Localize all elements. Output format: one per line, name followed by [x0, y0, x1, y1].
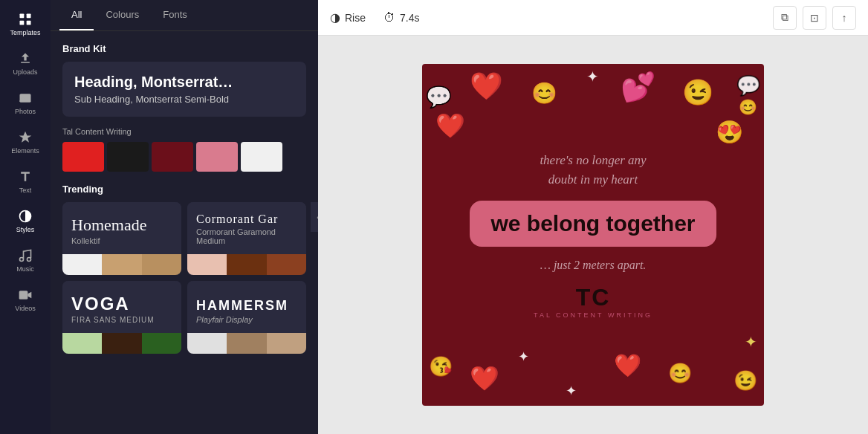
emoji-heart-3: ❤️ [435, 111, 465, 140]
duration-label: ⏱ 7.4s [383, 11, 419, 25]
panel-content: Brand Kit Heading, Montserrat… Sub Headi… [51, 31, 318, 434]
design-text-top: there's no longer any doubt in my heart [540, 151, 646, 189]
color-swatch-white[interactable] [241, 142, 282, 172]
sidebar-item-videos[interactable]: Videos [0, 282, 51, 318]
font-card-name-3: VOGA [71, 294, 172, 314]
canvas-area: ◑ Rise ⏱ 7.4s ⧉ ⊡ ↑ 💬 ❤️ 😊 ✦ 💕 😉 💬 ❤️ [318, 0, 868, 434]
color-swatch-darkred[interactable] [152, 142, 193, 172]
tab-fonts[interactable]: Fonts [151, 0, 199, 30]
sidebar-item-photos[interactable]: Photos [0, 85, 51, 121]
brand-kit-title: Brand Kit [62, 43, 306, 54]
brand-heading: Heading, Montserrat… [74, 74, 294, 91]
emoji-star-1: ✦ [745, 333, 757, 351]
photo-icon [18, 91, 33, 106]
font-card-name-1: Homemade [71, 216, 172, 235]
color-swatch-black[interactable] [107, 142, 149, 172]
emoji-smiley-6: 😊 [668, 362, 692, 385]
design-logo-tc: TC [534, 284, 652, 311]
sparkle-3: ✦ [566, 383, 577, 399]
sparkle-1: ✦ [586, 68, 599, 85]
animation-label: ◑ Rise [330, 10, 366, 25]
sidebar-item-uploads[interactable]: Uploads [0, 45, 51, 82]
svg-rect-7 [19, 291, 28, 299]
animation-icon: ◑ [330, 10, 340, 25]
emoji-smiley-5: 😘 [429, 355, 453, 378]
font-card-sub-2: Cormorant Garamond Medium [196, 227, 297, 245]
trending-grid: Homemade Kollektif Cormorant Gar Cormora… [62, 202, 306, 354]
svg-rect-3 [27, 21, 31, 25]
tab-bar: All Colours Fonts [51, 0, 318, 31]
styles-icon [18, 209, 33, 224]
duration-value: 7.4s [400, 12, 419, 24]
svg-rect-1 [27, 14, 31, 19]
music-icon [18, 248, 33, 263]
elements-icon [18, 130, 33, 145]
font-card-swatches-3 [62, 333, 181, 354]
font-card-sub-4: Playfair Display [196, 315, 297, 324]
color-label: Tal Content Writing [62, 127, 306, 136]
font-card-hammers[interactable]: HAMMERSM Playfair Display [187, 281, 306, 354]
clock-icon: ⏱ [383, 11, 395, 25]
animation-name: Rise [345, 12, 366, 24]
sidebar-item-text[interactable]: Text [0, 163, 51, 200]
topbar-actions: ⧉ ⊡ ↑ [773, 6, 856, 30]
font-card-name-2: Cormorant Gar [196, 213, 297, 226]
color-swatches [62, 142, 306, 172]
grid-icon [18, 12, 33, 27]
font-card-swatches-2 [187, 254, 306, 275]
emoji-smiley-1: 😊 [531, 81, 557, 106]
brand-kit-box: Heading, Montserrat… Sub Heading, Montse… [62, 62, 306, 117]
design-main-text: we belong together [490, 211, 695, 236]
sidebar-item-templates[interactable]: Templates [0, 6, 51, 42]
copy-button[interactable]: ⊡ [803, 6, 826, 30]
font-card-swatches-4 [187, 333, 306, 354]
tab-all[interactable]: All [59, 0, 94, 30]
emoji-heart-4: ❤️ [470, 364, 499, 392]
sidebar-item-music[interactable]: Music [0, 242, 51, 279]
emoji-heart-1: ❤️ [470, 71, 503, 102]
svg-rect-2 [20, 21, 25, 25]
color-swatch-pink[interactable] [196, 142, 238, 172]
font-card-cormorant[interactable]: Cormorant Gar Cormorant Garamond Medium [187, 202, 306, 275]
svg-rect-0 [20, 14, 25, 19]
left-sidebar: Templates Uploads Photos Elements Text S… [0, 0, 51, 434]
emoji-smiley-3: 😍 [716, 119, 743, 145]
font-card-sub-1: Kollektif [71, 236, 172, 245]
font-card-swatches-1 [62, 254, 181, 275]
duplicate-button[interactable]: ⧉ [773, 6, 797, 30]
emoji-smiley-4: 😊 [739, 98, 757, 116]
topbar-left: ◑ Rise ⏱ 7.4s [330, 10, 419, 25]
color-swatch-red[interactable] [62, 142, 104, 172]
design-card: 💬 ❤️ 😊 ✦ 💕 😉 💬 ❤️ 😍 😊 there's no longer … [422, 64, 764, 406]
tab-colours[interactable]: Colours [94, 0, 151, 30]
sidebar-item-styles[interactable]: Styles [0, 203, 51, 239]
canvas-topbar: ◑ Rise ⏱ 7.4s ⧉ ⊡ ↑ [318, 0, 868, 36]
sidebar-item-elements[interactable]: Elements [0, 124, 51, 161]
font-card-homemade[interactable]: Homemade Kollektif [62, 202, 181, 275]
emoji-heart-bubble-1: 💬 [426, 85, 452, 109]
emoji-heart-2: 💕 [621, 71, 655, 103]
text-icon [18, 169, 33, 184]
upload-icon [18, 51, 33, 66]
main-panel: All Colours Fonts Brand Kit Heading, Mon… [51, 0, 318, 434]
emoji-smiley-7: 😉 [733, 369, 757, 392]
font-card-voga[interactable]: VOGA FIRA SANS MEDIUM [62, 281, 181, 354]
trending-title: Trending [62, 184, 306, 195]
sparkle-2: ✦ [518, 349, 529, 365]
collapse-handle[interactable]: ‹ [311, 202, 318, 232]
design-logo: TC TAL CONTENT WRITING [534, 284, 652, 319]
design-highlight-box: we belong together [470, 201, 716, 247]
export-button[interactable]: ↑ [832, 6, 856, 30]
canvas-content: 💬 ❤️ 😊 ✦ 💕 😉 💬 ❤️ 😍 😊 there's no longer … [318, 36, 868, 434]
emoji-bubble-1: 💬 [736, 74, 760, 97]
design-text-bottom: … just 2 meters apart. [540, 259, 647, 272]
font-card-name-4: HAMMERSM [196, 298, 297, 314]
design-logo-sub: TAL CONTENT WRITING [534, 311, 652, 319]
emoji-heart-5: ❤️ [614, 352, 641, 378]
video-icon [18, 288, 33, 302]
emoji-smiley-2: 😉 [682, 77, 713, 107]
font-card-sub-3: FIRA SANS MEDIUM [71, 316, 172, 324]
brand-subheading: Sub Heading, Montserrat Semi-Bold [74, 94, 294, 105]
